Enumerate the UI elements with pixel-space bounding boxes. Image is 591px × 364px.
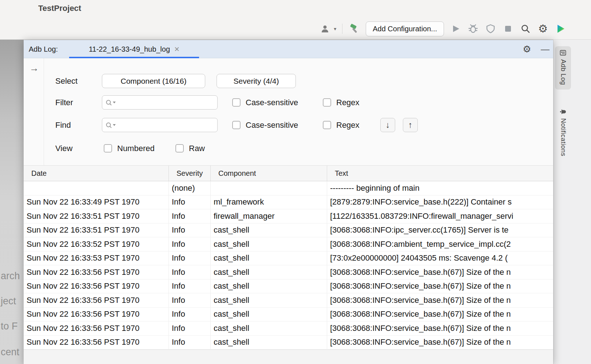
log-text: [3068:3068:INFO:ambient_temp_service_imp… [327, 237, 553, 251]
table-row[interactable]: Sun Nov 22 16:33:51 PST 1970 Info firewa… [24, 209, 553, 223]
user-profile-button[interactable] [319, 23, 331, 35]
log-text: [3068:3068:INFO:service_base.h(67)] Size… [327, 280, 553, 293]
run-with-coverage-button[interactable] [485, 23, 496, 35]
log-component: cast_shell [210, 308, 327, 321]
settings-button[interactable]: ⚙ [537, 23, 549, 35]
case-sensitive-label: Case-sensitive [246, 98, 298, 107]
minimize-button[interactable]: — [540, 44, 551, 55]
log-text: [3068:3068:INFO:service_base.h(67)] Size… [327, 321, 553, 335]
debug-button[interactable] [467, 23, 479, 35]
table-row[interactable]: Sun Nov 22 16:33:51 PST 1970 Info cast_s… [24, 223, 553, 238]
main-toolbar: ▾ Add Configuration... [319, 20, 566, 37]
log-severity: Info [168, 280, 210, 293]
log-component: cast_shell [210, 321, 327, 335]
stripe-item-label: Adb Log [559, 59, 567, 85]
log-severity: Info [168, 223, 210, 237]
log-severity: Info [168, 195, 210, 209]
severity-filter-button[interactable]: Severity (4/4) [217, 74, 296, 88]
table-row[interactable]: (none) --------- beginning of main [24, 181, 553, 195]
arrow-up-icon: ↑ [408, 120, 413, 130]
background-text-fragment: ject [1, 296, 16, 307]
log-date: Sun Nov 22 16:33:56 PST 1970 [24, 321, 168, 335]
log-date: Sun Nov 22 16:33:49 PST 1970 [24, 195, 168, 209]
toolwindow-header: Adb Log: 11-22_16-33-49_hub_log × ⚙ — [24, 40, 553, 58]
component-filter-button[interactable]: Component (16/16) [102, 74, 205, 88]
table-row[interactable]: Sun Nov 22 16:33:56 PST 1970 Info cast_s… [24, 293, 553, 308]
log-date: Sun Nov 22 16:33:56 PST 1970 [24, 308, 168, 321]
find-next-button[interactable]: ↓ [380, 118, 395, 132]
log-severity: Info [168, 308, 210, 321]
table-row[interactable]: Sun Nov 22 16:33:56 PST 1970 Info cast_s… [24, 336, 553, 350]
add-configuration-button[interactable]: Add Configuration... [366, 21, 444, 36]
log-date: Sun Nov 22 16:33:56 PST 1970 [24, 280, 168, 293]
background-text-fragment: arch [1, 270, 20, 282]
filter-panel: → Select Component (16/16) Severity (4/4… [24, 58, 553, 166]
case-sensitive-checkbox[interactable] [232, 121, 241, 129]
table-row[interactable]: Sun Nov 22 16:33:53 PST 1970 Info cast_s… [24, 252, 553, 266]
titlebar: TestProject ▾ Add Configuration... [0, 0, 591, 40]
filter-search-box[interactable] [102, 95, 218, 110]
background-text-fragment: to F [1, 321, 18, 332]
view-numbered-group: Numbered [104, 141, 155, 155]
search-with-history-icon [105, 99, 116, 106]
run-icon [451, 24, 460, 33]
debug-bug-icon [468, 24, 478, 34]
log-component [210, 181, 327, 195]
log-text: [3068:3068:INFO:ipc_server.cc(1765)] Ser… [327, 223, 553, 237]
find-previous-button[interactable]: ↑ [403, 118, 418, 132]
view-raw-group: Raw [175, 141, 205, 155]
search-everywhere-button[interactable] [520, 23, 531, 35]
chevron-down-icon[interactable]: ▾ [334, 26, 336, 32]
log-severity: Info [168, 336, 210, 349]
log-text: [73:0x2e00000000] 24043505 ms: Scavenge … [327, 252, 553, 265]
table-row[interactable]: Sun Nov 22 16:33:56 PST 1970 Info cast_s… [24, 308, 553, 322]
status-strip [24, 349, 553, 364]
user-icon [320, 24, 330, 33]
table-row[interactable]: Sun Nov 22 16:33:56 PST 1970 Info cast_s… [24, 265, 553, 280]
column-header-text[interactable]: Text [327, 166, 553, 181]
search-icon [520, 24, 531, 34]
collapse-panel-button[interactable]: → [29, 63, 40, 74]
stripe-item-notifications[interactable]: Notifications [555, 105, 571, 161]
table-row[interactable]: Sun Nov 22 16:33:56 PST 1970 Info cast_s… [24, 321, 553, 336]
numbered-checkbox[interactable] [104, 144, 112, 153]
background-window-edge: arch ject to F cent vigat [0, 40, 24, 364]
table-row[interactable]: Sun Nov 22 16:33:52 PST 1970 Info cast_s… [24, 237, 553, 252]
column-header-date[interactable]: Date [24, 166, 168, 181]
gear-icon: ⚙ [538, 23, 548, 34]
arrow-down-icon: ↓ [386, 120, 390, 130]
stop-icon [504, 24, 512, 33]
table-row[interactable]: Sun Nov 22 16:33:56 PST 1970 Info cast_s… [24, 280, 553, 294]
log-text: --------- beginning of main [327, 181, 553, 195]
toolwindow-settings-button[interactable]: ⚙ [521, 44, 532, 55]
raw-label: Raw [189, 144, 205, 153]
regex-checkbox[interactable] [323, 121, 331, 129]
toolwindow-title: Adb Log: [29, 40, 58, 58]
find-search-box[interactable] [102, 118, 218, 132]
log-component: cast_shell [210, 252, 327, 265]
find-input[interactable] [116, 118, 217, 132]
filter-input[interactable] [116, 96, 217, 109]
table-row[interactable]: Sun Nov 22 16:33:49 PST 1970 Info ml_fra… [24, 195, 553, 210]
build-button[interactable] [348, 23, 360, 35]
filter-case-sensitive-group: Case-sensitive [232, 95, 298, 110]
find-regex-group: Regex [323, 118, 360, 132]
log-component: cast_shell [210, 223, 327, 237]
log-tab[interactable]: 11-22_16-33-49_hub_log × [69, 40, 199, 58]
log-severity: Info [168, 265, 210, 279]
log-date [24, 181, 168, 195]
stripe-item-adb-log[interactable]: Adb Log [555, 46, 571, 90]
run-button[interactable] [450, 23, 461, 35]
bell-icon [559, 108, 567, 115]
log-component: cast_shell [210, 265, 327, 279]
profiler-run-button[interactable] [555, 23, 566, 35]
column-header-severity[interactable]: Severity [168, 166, 210, 181]
regex-checkbox[interactable] [323, 98, 331, 107]
adb-log-tool-window: Adb Log: 11-22_16-33-49_hub_log × ⚙ — → … [24, 40, 553, 364]
stop-button[interactable] [502, 23, 514, 35]
close-icon[interactable]: × [174, 45, 179, 54]
column-header-component[interactable]: Component [210, 166, 327, 181]
case-sensitive-checkbox[interactable] [232, 98, 241, 107]
log-tab-label: 11-22_16-33-49_hub_log [89, 45, 170, 54]
raw-checkbox[interactable] [175, 144, 184, 153]
